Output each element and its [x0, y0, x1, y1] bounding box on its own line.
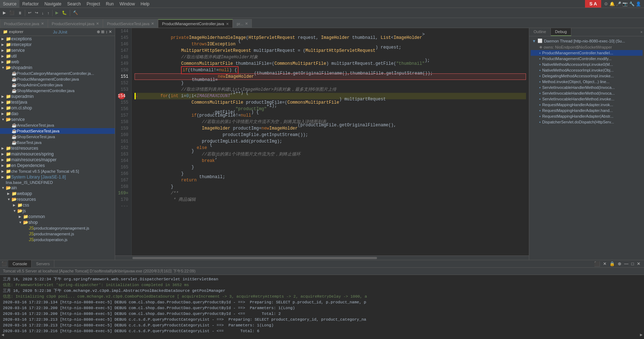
toolbar-btn-debug[interactable]: 🐛: [60, 10, 68, 16]
h-scrollbar[interactable]: [115, 256, 529, 260]
tab-close-btn[interactable]: ✕: [226, 22, 229, 26]
debug-item-delegating[interactable]: ▪ DelegatingMethodAccessorImpl.invoke...: [531, 73, 643, 79]
sidebar-item-dependencies[interactable]: ▶ 📁 en Dependencies: [0, 163, 115, 168]
toolbar-btn-run[interactable]: ▶: [54, 10, 60, 16]
sidebar-item-productmanagement-js[interactable]: JS productmanagement.js: [0, 231, 115, 237]
sidebar-item-service2[interactable]: ▼ 📂 service: [0, 117, 115, 122]
debug-tree: ▼ ⬜ Daemon Thread [http-nio-8080-exec-10…: [529, 36, 644, 260]
tab-close-btn[interactable]: ✕: [41, 22, 44, 26]
tab-console[interactable]: Console: [8, 260, 32, 267]
sidebar-item-shop[interactable]: ▼ 📂 shop: [0, 220, 115, 225]
tab-close-btn[interactable]: ✕: [96, 22, 99, 26]
panel-close[interactable]: ✕: [640, 30, 643, 34]
tab-pr[interactable]: pr... ✕: [233, 19, 252, 28]
menu-run[interactable]: Run: [103, 0, 117, 8]
sidebar-item-undefined[interactable]: lina.base_IS_UNDEFINED: [0, 180, 115, 185]
debug-item-owns[interactable]: ◈ owns: NioEndpoint$NioSocketWrapper: [531, 44, 643, 50]
debug-item-request-mapping-3[interactable]: ▪ RequestMappingHandlerAdapter(Abstr...: [531, 113, 643, 119]
sidebar-item-main-spring[interactable]: ▶ 📁 main/resources/spring: [0, 151, 115, 157]
menu-source[interactable]: Source: [0, 0, 19, 8]
sidebar-item-web[interactable]: ▶ 📁 web: [0, 59, 115, 65]
sidebar-item-product-mgmt[interactable]: ☕ ProductManagementController.java: [0, 76, 115, 82]
sidebar-item-product-service-test[interactable]: ☕ ProductServiceTest.java: [0, 128, 115, 134]
toolbar-btn-2[interactable]: ⬛: [8, 10, 16, 16]
sidebar-item-main-mapper[interactable]: ▶ 📁 main/resources/mapper: [0, 157, 115, 163]
debug-item-controller-modify[interactable]: ▪ ProductManagementController.modify...: [531, 56, 643, 62]
sidebar-item-test-java[interactable]: ▶ 📁 test/java: [0, 99, 115, 105]
sidebar-item-resources[interactable]: ▼ 📂 resources: [0, 196, 115, 202]
debug-item-native-method-0[interactable]: ▪ NativeMethodAccessorImpl.invoke0(M...: [531, 62, 643, 67]
console-scroll-lock-btn[interactable]: 🔒: [609, 261, 616, 267]
item-label: AreaServiceTest.java: [17, 123, 54, 127]
menu-search[interactable]: Search: [64, 0, 84, 8]
java-icon: ☕: [12, 128, 17, 134]
tab-product-service-test[interactable]: ProductServiceTest.java ✕: [103, 19, 158, 28]
sidebar-item-shop-service-test[interactable]: ☕ ShopServiceTest.java: [0, 134, 115, 140]
debug-item-servlet-invocable-1[interactable]: ▪ ServletInvocableHandlerMethod(Invoca..…: [531, 85, 643, 90]
right-panel-tabbar: Outline Debug ✕: [529, 28, 644, 36]
editor-scroll-area[interactable]: 144 145 146 147 148 149 150 151 152 153 …: [115, 28, 529, 256]
debug-item-dispatcher[interactable]: ▪ DispatcherServlet.doDispatch(HttpServ.…: [531, 119, 643, 125]
tab-outline[interactable]: Outline: [529, 28, 551, 36]
sidebar-item-webapp[interactable]: ▶ 📁 webapp: [0, 191, 115, 196]
sidebar-item-dao[interactable]: ▶ 📁 dao: [0, 111, 115, 117]
sidebar-item-exceptions[interactable]: ▶ 📁 exceptions: [0, 36, 115, 42]
sidebar-item-util[interactable]: ▶ 📁 util: [0, 53, 115, 59]
tab-close-btn[interactable]: ✕: [245, 22, 248, 26]
debug-item-servlet-invocable-3[interactable]: ▪ ServletInvocableHandlerMethod.invoke..…: [531, 96, 643, 102]
toolbar-btn-5[interactable]: ↪: [33, 10, 40, 16]
console-clear-btn[interactable]: ✕: [602, 261, 607, 267]
console-minimize-btn[interactable]: —: [623, 261, 629, 267]
tab-product-service-impl[interactable]: ProductServiceImpl.java ✕: [48, 19, 103, 28]
sidebar-item-cl-shop[interactable]: ▶ 📁 om.cl.shop: [0, 105, 115, 111]
menu-refactor[interactable]: Refactor: [19, 0, 41, 8]
debug-item-request-mapping-2[interactable]: ▪ RequestMappingHandlerAdapter.hand...: [531, 108, 643, 113]
menu-window[interactable]: Window: [117, 0, 138, 8]
debug-item-servlet-invocable-2[interactable]: ▪ ServletInvocableHandlerMethod(Invoca..…: [531, 90, 643, 96]
sidebar-item-base-test[interactable]: ☕ BaseTest.java: [0, 140, 115, 145]
sidebar-item-java-se[interactable]: ▶ 📁 System Library [JavaSE-1.8]: [0, 174, 115, 180]
debug-item-controller-handle[interactable]: ▪ ProductManagementController.handleI...: [531, 50, 643, 56]
sidebar-item-shopadmin[interactable]: ▼ 📂 shopadmin: [0, 65, 115, 71]
menu-help[interactable]: Help: [138, 0, 153, 8]
menu-project[interactable]: Project: [84, 0, 103, 8]
debug-item-request-mapping-1[interactable]: ▪ RequestMappingHandlerAdapter.invok...: [531, 102, 643, 108]
sidebar-actions[interactable]: ⊕ ⊞ ↕ ✕: [97, 30, 112, 34]
toolbar-btn-build[interactable]: 🔨: [72, 10, 80, 16]
sidebar-item-tomcat[interactable]: ▶ 📁 che Tomcat v8.5 [Apache Tomcat v8.5]: [0, 168, 115, 174]
sidebar-item-js[interactable]: ▼ 📂 js: [0, 208, 115, 214]
debug-item-daemon-thread[interactable]: ▼ ⬜ Daemon Thread [http-nio-8080-exec-10…: [531, 38, 643, 44]
sidebar-item-product-category[interactable]: ☕ ProductCategoryManagementController.ja…: [0, 71, 115, 76]
toolbar-btn-6[interactable]: ↓: [40, 10, 45, 16]
console-maximize-btn[interactable]: □: [631, 261, 635, 267]
sidebar-item-superadmin[interactable]: ▶ 📁 superadmin: [0, 94, 115, 99]
tab-servers[interactable]: Servers: [32, 260, 54, 267]
sidebar-item-shop-admin[interactable]: ☕ ShopAdminController.java: [0, 82, 115, 88]
debug-item-native-method-obj[interactable]: ▪ NativeMethodAccessorImpl.invoke(Obj...: [531, 67, 643, 73]
tab-close-btn[interactable]: ✕: [151, 22, 154, 26]
sidebar-item-shop-mgmt[interactable]: ☕ ShopManagementController.java: [0, 88, 115, 94]
sidebar-item-productoperation-js[interactable]: JS productoperation.js: [0, 237, 115, 243]
sidebar-item-productcategory-js[interactable]: JS productcategorymanagement.js: [0, 225, 115, 231]
toolbar-btn-7[interactable]: ↑: [46, 10, 51, 16]
debug-item-method-invoke[interactable]: ▪ Method.invoke(Object, Object...) line.…: [531, 79, 643, 85]
sidebar-item-interceptor[interactable]: ▶ 📁 interceptor: [0, 42, 115, 48]
h-scrollbar-thumb[interactable]: [132, 257, 377, 259]
sidebar-item-test-resources[interactable]: ▶ 📁 test/resources: [0, 145, 115, 151]
tab-product-service[interactable]: ProductService.java ✕: [0, 19, 48, 28]
sidebar-item-main[interactable]: ▼ 📂 ain: [0, 185, 115, 191]
toolbar-btn-1[interactable]: ▶: [1, 10, 7, 16]
console-close-btn[interactable]: ✕: [636, 261, 641, 267]
tab-debug[interactable]: Debug: [551, 28, 571, 36]
console-stop-btn[interactable]: ⬛: [593, 260, 601, 267]
console-new-btn[interactable]: ⊕: [617, 261, 622, 267]
toolbar-btn-3[interactable]: ⏸: [17, 10, 23, 16]
code-content[interactable]: private ImageHolder handleImage(HttpServ…: [132, 28, 529, 256]
sidebar-item-common[interactable]: ▶ 📁 common: [0, 214, 115, 220]
sidebar-item-css[interactable]: ▶ 📁 css: [0, 202, 115, 208]
tab-product-management-controller[interactable]: ProductManagementController.java ✕: [158, 19, 232, 28]
menu-navigate[interactable]: Navigate: [41, 0, 64, 8]
sidebar-item-area-service-test[interactable]: ☕ AreaServiceTest.java: [0, 122, 115, 128]
sidebar-item-service[interactable]: ▶ 📁 service: [0, 48, 115, 53]
toolbar-btn-4[interactable]: ↩: [27, 10, 33, 16]
